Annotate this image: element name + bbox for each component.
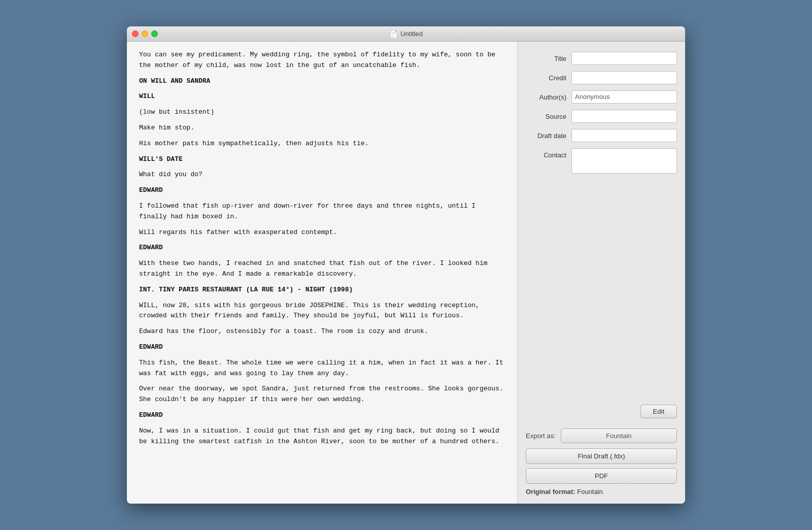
source-label: Source: [526, 110, 571, 120]
character-name: EDWARD: [139, 342, 505, 353]
title-input[interactable]: [571, 52, 677, 65]
maximize-button[interactable]: [151, 30, 158, 37]
action-text: Over near the doorway, we spot Sandra, j…: [139, 384, 505, 405]
action-text: Make him stop.: [139, 123, 505, 134]
pdf-export-button[interactable]: PDF: [526, 468, 677, 484]
action-text: Now, I was in a situation. I could gut t…: [139, 426, 505, 447]
contact-field-row: Contact: [526, 148, 677, 174]
close-button[interactable]: [132, 30, 139, 37]
action-text: With these two hands, I reached in and s…: [139, 258, 505, 280]
contact-input[interactable]: [571, 148, 677, 174]
draft-date-input[interactable]: [571, 129, 677, 142]
script-panel[interactable]: You can see my predicament. My wedding r…: [127, 42, 518, 504]
export-row: Export as: Fountain: [526, 428, 677, 443]
action-text: His mother pats him sympathetically, the…: [139, 139, 505, 149]
metadata-fields: Title Credit Author(s) Anonymous: [526, 52, 677, 399]
draft-date-label: Draft date: [526, 129, 571, 140]
fountain-export-button[interactable]: Fountain: [561, 428, 677, 443]
action-text: I followed that fish up-river and down-r…: [139, 201, 505, 222]
credit-input[interactable]: [571, 71, 677, 84]
window-title: 📄 Untitled: [389, 30, 423, 38]
export-as-label: Export as:: [526, 432, 556, 440]
scene-heading: INT. TINY PARIS RESTAURANT (LA RUE 14°) …: [139, 285, 505, 295]
edit-button-row: Edit: [526, 405, 677, 418]
metadata-panel: Title Credit Author(s) Anonymous: [518, 42, 685, 504]
character-name: WILL: [139, 91, 505, 102]
edit-button[interactable]: Edit: [640, 405, 677, 418]
character-name: EDWARD: [139, 243, 505, 253]
contact-label: Contact: [526, 148, 571, 159]
authors-input[interactable]: Anonymous: [571, 90, 677, 104]
action-text: (low but insistent): [139, 107, 505, 118]
title-field-row: Title: [526, 52, 677, 65]
traffic-lights: [132, 30, 158, 37]
action-text: WILL, now 28, sits with his gorgeous bri…: [139, 301, 505, 322]
authors-field-row: Author(s) Anonymous: [526, 90, 677, 104]
credit-label: Credit: [526, 71, 571, 82]
title-label: Title: [526, 52, 571, 62]
titlebar: 📄 Untitled: [127, 26, 685, 42]
character-name: WILL'S DATE: [139, 154, 505, 165]
original-format: Original format: Fountain: [526, 488, 677, 495]
source-field-row: Source: [526, 110, 677, 123]
action-text: What did you do?: [139, 170, 505, 180]
action-text: Will regards his father with exasperated…: [139, 227, 505, 238]
script-text: You can see my predicament. My wedding r…: [139, 50, 505, 447]
source-input[interactable]: [571, 110, 677, 123]
character-name: EDWARD: [139, 185, 505, 196]
action-text: You can see my predicament. My wedding r…: [139, 50, 505, 71]
minimize-button[interactable]: [142, 30, 148, 37]
final-draft-export-button[interactable]: Final Draft (.fdx): [526, 448, 677, 464]
draft-date-field-row: Draft date: [526, 129, 677, 142]
scene-heading: ON WILL AND SANDRA: [139, 76, 505, 87]
title-icon: 📄: [389, 30, 398, 38]
credit-field-row: Credit: [526, 71, 677, 84]
authors-label: Author(s): [526, 90, 571, 101]
export-section: Export as: Fountain Final Draft (.fdx) P…: [526, 428, 677, 495]
action-text: This fish, the Beast. The whole time we …: [139, 358, 505, 379]
action-text: Edward has the floor, ostensibly for a t…: [139, 326, 505, 337]
character-name: EDWARD: [139, 410, 505, 421]
